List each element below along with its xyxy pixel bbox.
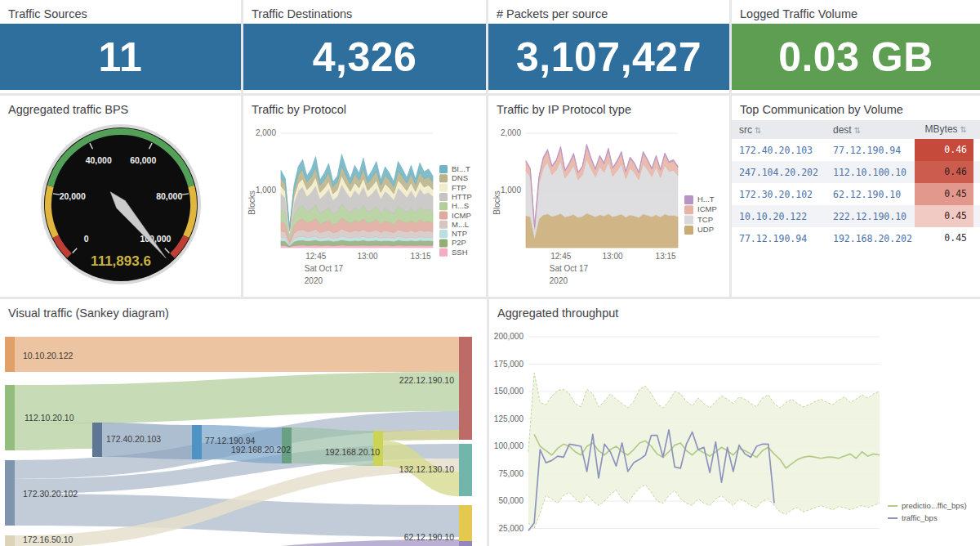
column-header-mbytes[interactable]: MBytes⇅	[915, 120, 973, 139]
sankey-node[interactable]	[5, 460, 15, 526]
svg-text:Blocks: Blocks	[247, 190, 256, 214]
metric-value: 11	[99, 34, 143, 81]
svg-text:222.12.190.10: 222.12.190.10	[399, 375, 454, 385]
svg-text:H...T: H...T	[697, 195, 715, 204]
panel-title: Traffic Sources	[0, 0, 241, 20]
panel-title: Top Communication by Volume	[732, 96, 980, 116]
panel-aggregated-throughput: Aggregated throughput 200,000175,000150,…	[489, 299, 980, 546]
svg-text:25,000: 25,000	[498, 524, 523, 533]
network-dashboard: { "metrics": [ {"title": "Traffic Source…	[0, 0, 980, 546]
sankey-node[interactable]	[5, 337, 15, 372]
svg-text:1,000: 1,000	[501, 186, 521, 195]
svg-text:2,000: 2,000	[501, 128, 521, 137]
svg-text:111,893.6: 111,893.6	[91, 253, 151, 269]
svg-text:DNS: DNS	[452, 173, 468, 182]
svg-text:BI...T: BI...T	[452, 164, 470, 173]
svg-text:0: 0	[84, 234, 89, 244]
svg-text:FTP: FTP	[452, 183, 466, 192]
dest-cell: 62.12.190.10	[833, 189, 915, 200]
mbytes-cell: 0.46	[915, 161, 973, 183]
mbytes-cell: 0.45	[915, 205, 973, 227]
svg-text:12:45: 12:45	[550, 252, 571, 261]
sankey-chart: 10.10.20.122112.10.20.10172.30.20.102172…	[0, 299, 487, 546]
dest-cell: 222.12.190.10	[833, 211, 915, 222]
svg-text:100,000: 100,000	[494, 441, 524, 450]
chart-legend[interactable]: BI...TDNSFTPHTTPH...SICMPM...LNTPP2PSSH	[439, 164, 472, 257]
svg-text:125,000: 125,000	[494, 414, 524, 423]
sort-icon[interactable]: ⇅	[960, 125, 967, 134]
svg-text:13:15: 13:15	[411, 252, 431, 261]
panel-visual-traffic-sankey: Visual traffic (Sankey diagram) 10.10.20…	[0, 299, 487, 546]
panel-packets-per-source: # Packets per source 3,107,427	[488, 0, 729, 93]
svg-text:40,000: 40,000	[86, 155, 112, 165]
sort-icon[interactable]: ⇅	[854, 126, 861, 135]
svg-text:75,000: 75,000	[498, 469, 523, 478]
mbytes-cell: 0.45	[915, 183, 973, 205]
sankey-node[interactable]	[5, 385, 15, 450]
panel-logged-traffic-volume: Logged Traffic Volume 0.03 GB	[732, 0, 980, 93]
metric-value: 3,107,427	[516, 34, 702, 81]
panel-top-communication: Top Communication by Volume src⇅ dest⇅ M…	[732, 96, 980, 297]
src-cell: 10.10.20.122	[732, 211, 833, 222]
svg-text:62.12.190.10: 62.12.190.10	[404, 532, 454, 542]
table-row: 247.104.20.202 112.10.100.10 0.46	[732, 161, 980, 183]
table-row: 172.30.20.102 62.12.190.10 0.45	[732, 183, 980, 205]
mbytes-cell: 0.46	[915, 139, 973, 161]
svg-text:HTTP: HTTP	[452, 192, 472, 201]
svg-text:13:15: 13:15	[656, 252, 676, 261]
svg-text:ICMP: ICMP	[697, 204, 717, 213]
chart-legend[interactable]: H...TICMPTCPUDP	[684, 195, 717, 235]
sankey-node[interactable]	[459, 444, 472, 496]
svg-text:200,000: 200,000	[494, 332, 524, 341]
svg-text:P2P: P2P	[452, 238, 466, 247]
sankey-link[interactable]	[383, 430, 459, 441]
chart-legend[interactable]: predictio...ffic_bps)traffic_bps	[888, 501, 967, 522]
svg-text:172.40.20.103: 172.40.20.103	[106, 434, 161, 444]
table-header-row: src⇅ dest⇅ MBytes⇅	[732, 120, 980, 139]
svg-text:SSH: SSH	[452, 248, 468, 257]
sankey-node[interactable]	[459, 337, 472, 440]
metric-tile: 4,326	[243, 24, 486, 90]
metric-value: 0.03 GB	[778, 34, 933, 81]
svg-text:H...S: H...S	[452, 201, 469, 210]
svg-text:50,000: 50,000	[498, 496, 523, 505]
dest-cell: 192.168.20.202	[833, 233, 915, 244]
svg-text:20,000: 20,000	[60, 191, 86, 201]
sankey-node[interactable]	[92, 423, 102, 457]
svg-text:Sat Oct 17: Sat Oct 17	[305, 264, 344, 273]
svg-text:112.10.20.10: 112.10.20.10	[24, 413, 74, 423]
svg-text:175,000: 175,000	[494, 360, 524, 369]
svg-text:13:00: 13:00	[603, 252, 623, 261]
sankey-node[interactable]	[459, 541, 472, 546]
svg-text:13:00: 13:00	[358, 252, 378, 261]
svg-text:ICMP: ICMP	[452, 211, 471, 220]
svg-text:2020: 2020	[305, 276, 323, 285]
column-header-src[interactable]: src⇅	[732, 124, 833, 136]
table-row: 172.40.20.103 77.12.190.94 0.46	[732, 139, 980, 161]
src-cell: 172.30.20.102	[732, 189, 833, 200]
src-cell: 172.40.20.103	[732, 145, 833, 156]
svg-text:TCP: TCP	[697, 215, 713, 224]
column-header-dest[interactable]: dest⇅	[833, 124, 915, 136]
sankey-link[interactable]	[15, 337, 459, 372]
sankey-node[interactable]	[459, 505, 472, 546]
panel-aggregated-traffic-bps: Aggregated traffic BPS 020,00040,00060,0…	[0, 96, 241, 297]
sankey-node[interactable]	[5, 535, 15, 546]
sort-icon[interactable]: ⇅	[755, 126, 761, 135]
top-communication-table: src⇅ dest⇅ MBytes⇅ 172.40.20.103 77.12.1…	[732, 120, 980, 249]
svg-text:192.168.20.10: 192.168.20.10	[325, 447, 380, 457]
gauge-chart: 020,00040,00060,00080,000100,000111,893.…	[0, 96, 241, 297]
dest-cell: 77.12.190.94	[833, 145, 915, 156]
sankey-link[interactable]	[15, 423, 92, 450]
svg-text:NTP: NTP	[452, 229, 467, 238]
panel-traffic-sources: Traffic Sources 11	[0, 0, 241, 93]
svg-text:60,000: 60,000	[130, 155, 156, 165]
src-cell: 247.104.20.202	[732, 167, 833, 178]
svg-text:Blocks: Blocks	[492, 190, 501, 214]
ip-protocol-area-chart: 1,0002,000Blocks12:4513:0013:15Sat Oct 1…	[488, 96, 729, 297]
metric-tile: 0.03 GB	[732, 24, 980, 90]
sankey-node[interactable]	[192, 425, 202, 459]
panel-traffic-by-protocol: Traffic by Protocol 1,0002,000Blocks12:4…	[243, 96, 486, 297]
svg-text:1,000: 1,000	[256, 186, 276, 195]
svg-text:12:45: 12:45	[305, 252, 326, 261]
